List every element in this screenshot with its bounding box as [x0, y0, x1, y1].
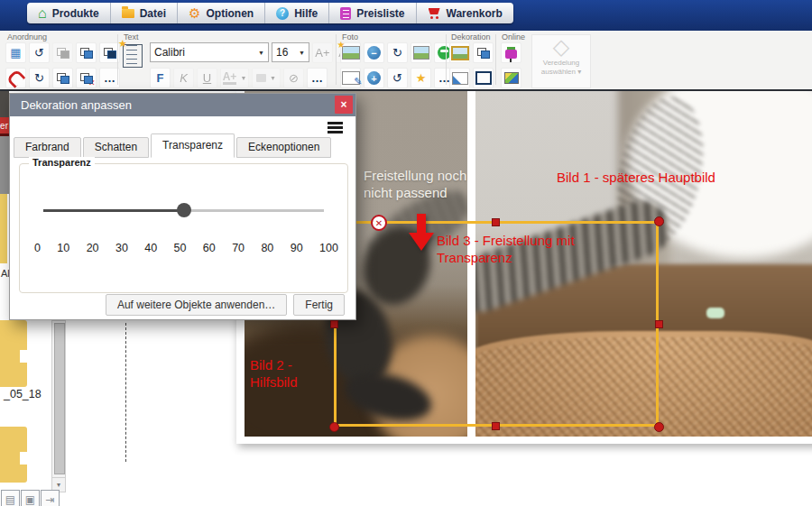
handle-bottom-right[interactable]	[654, 422, 664, 432]
upload-photos-button[interactable]	[501, 42, 521, 63]
crop-remove-button[interactable]: −	[364, 42, 384, 63]
more-options-icon: …	[104, 71, 115, 85]
border-frame-button[interactable]	[473, 68, 494, 88]
transparency-slider-thumb[interactable]	[177, 203, 191, 217]
rotate-left-button[interactable]: ↺	[29, 42, 50, 63]
bold-button[interactable]: F	[150, 68, 171, 88]
remove-overlap-button[interactable]: ✕	[76, 68, 97, 88]
tick-label: 60	[203, 242, 216, 254]
dialog-close-button[interactable]: ×	[335, 96, 353, 114]
font-increase-button[interactable]: A+	[312, 42, 333, 63]
folder-icon	[122, 9, 134, 18]
photo-rotate-left-button[interactable]: ↺	[387, 68, 408, 88]
export-button[interactable]: ⇥	[41, 490, 60, 506]
overlap-delete-icon: ✕	[80, 73, 93, 84]
italic-button[interactable]: K	[173, 68, 194, 88]
menu-hilfe-label: Hilfe	[294, 7, 318, 20]
book-view-button[interactable]: ▣	[21, 490, 40, 506]
text-more-button[interactable]: …	[307, 68, 328, 88]
selection-delete-handle[interactable]: ✕	[371, 215, 387, 231]
crop-add-button[interactable]: +	[364, 68, 384, 88]
group-objects-button[interactable]	[52, 42, 73, 63]
clear-style-button[interactable]: ⊘	[283, 68, 304, 88]
folder-thumbnail[interactable]	[0, 427, 27, 483]
scrollbar-thumb[interactable]	[54, 323, 65, 474]
fill-color-button[interactable]: ▼	[252, 68, 281, 88]
folder-strip[interactable]	[0, 194, 7, 263]
clipped-red-button[interactable]: er	[0, 117, 9, 133]
rotate-right-button[interactable]: ↻	[29, 68, 50, 88]
font-family-select[interactable]: Calibri ▼	[150, 42, 269, 62]
underline-button[interactable]: U	[197, 68, 217, 88]
dropper-minus-icon: −	[367, 46, 381, 60]
font-color-button[interactable]: A+ ▼	[220, 68, 249, 88]
menu-optionen[interactable]: ⚙ Optionen	[178, 3, 265, 23]
annotation-bild3[interactable]: Bild 3 - Freistellung mit Transparenz	[437, 233, 604, 267]
tab-schatten[interactable]: Schatten	[83, 137, 149, 158]
menu-warenkorb[interactable]: Warenkorb	[417, 3, 513, 23]
apply-to-more-objects-button[interactable]: Auf weitere Objekte anwenden…	[106, 294, 287, 316]
group-label-dekoration: Dekoration	[451, 32, 491, 41]
tab-farbrand[interactable]: Farbrand	[14, 137, 81, 158]
handle-bottom-left[interactable]	[329, 422, 339, 432]
slideshow-view-button[interactable]: ▤	[1, 490, 20, 506]
align-grid-button[interactable]: ▦	[5, 42, 26, 63]
ungroup-button[interactable]	[52, 68, 73, 88]
menu-produkte[interactable]: ⌂ Produkte	[27, 3, 111, 23]
add-photo-button[interactable]: ★	[340, 42, 361, 63]
online-album-button[interactable]	[501, 68, 521, 88]
handle-right-middle[interactable]	[655, 320, 663, 328]
app-window: ⌂ Produkte Datei ⚙ Optionen ? Hilfe Prei…	[0, 0, 812, 506]
corner-image-icon	[452, 72, 468, 85]
add-text-button[interactable]: ★	[123, 44, 143, 68]
dialog-menu-button[interactable]	[328, 122, 343, 135]
photo-rotate-button[interactable]: ↻	[387, 42, 408, 63]
annotation-bild2[interactable]: Bild 2 - Hilfsbild	[250, 357, 322, 391]
shapes-button[interactable]	[473, 42, 494, 63]
menu-preisliste[interactable]: Preisliste	[329, 3, 416, 23]
tick-label: 20	[87, 242, 99, 254]
magnet-button[interactable]	[5, 68, 26, 88]
handle-top-right[interactable]	[654, 216, 664, 226]
font-size-value: 16	[276, 46, 288, 59]
veredelung-panel[interactable]: ◇ Veredelung auswählen ▾	[531, 34, 591, 88]
ungroup-icon	[57, 73, 69, 84]
remove-effect-button[interactable]: ★	[411, 68, 431, 88]
clipped-red-label: er	[0, 121, 8, 131]
grid-icon: ▦	[10, 46, 21, 60]
chevron-down-icon: ▼	[240, 75, 246, 81]
corner-options-button[interactable]	[449, 68, 470, 88]
annotation-bild1[interactable]: Bild 1 - späteres Hauptbild	[557, 170, 791, 187]
tab-transparenz[interactable]: Transparenz	[151, 133, 235, 158]
menu-datei[interactable]: Datei	[111, 3, 178, 23]
annotation-freistellung[interactable]: Freistellung noch nicht passend	[364, 168, 485, 202]
group-icon	[57, 48, 69, 59]
tab-eckenoptionen[interactable]: Eckenoptionen	[236, 137, 331, 158]
book-icon: ▣	[25, 493, 35, 506]
group-label-online: Online	[502, 32, 525, 41]
two-squares-icon	[477, 48, 490, 59]
close-icon: ×	[340, 98, 346, 111]
menu-hilfe[interactable]: ? Hilfe	[265, 3, 329, 23]
underline-icon: U	[203, 71, 211, 85]
bring-front-button[interactable]	[76, 42, 97, 63]
rotate-left-icon: ↺	[392, 71, 402, 85]
chevron-down-icon: ▼	[299, 50, 305, 56]
dialog-titlebar[interactable]: Dekoration anpassen	[10, 94, 355, 116]
red-arrow-annotation[interactable]	[408, 214, 435, 252]
tick-label: 40	[144, 242, 157, 254]
ribbon: Anordnung ▦ ↺ ↻ ✕ … Text ★ Calibri ▼	[0, 31, 812, 91]
handle-top-middle[interactable]	[492, 218, 500, 226]
swap-photos-button[interactable]	[411, 42, 431, 63]
add-photo-icon: ★	[342, 46, 360, 60]
font-size-select[interactable]: 16 ▼	[272, 42, 309, 62]
folder-thumbnail[interactable]	[0, 320, 27, 387]
star-delete-icon: ★	[416, 71, 427, 85]
fertig-button[interactable]: Fertig	[293, 294, 345, 316]
panel-scrollbar[interactable]: ▾	[51, 320, 66, 492]
chevron-down-icon: ▾	[577, 68, 581, 76]
handle-left-middle[interactable]	[330, 320, 338, 328]
edit-photo-button[interactable]: ✎	[340, 68, 361, 88]
frame-photo-button[interactable]	[449, 42, 470, 63]
handle-bottom-middle[interactable]	[492, 422, 500, 430]
